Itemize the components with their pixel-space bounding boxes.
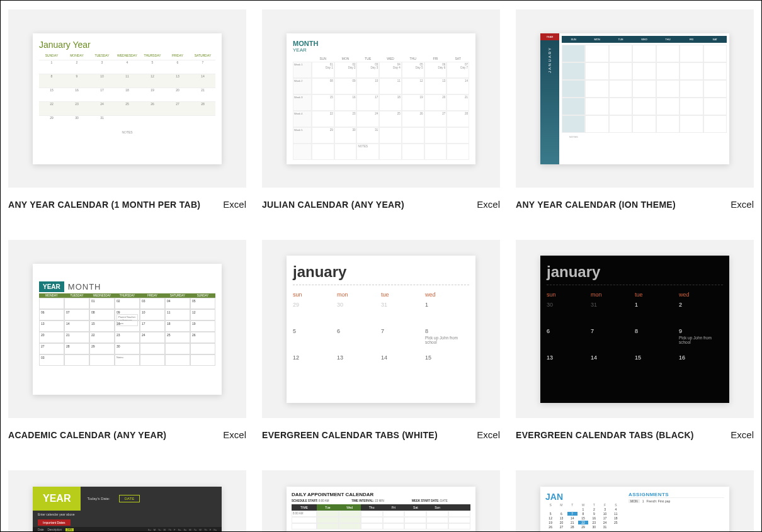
template-card[interactable]: MONTHYEAR SUNMONTUEWEDTHUFRISAT Week 101… xyxy=(262,9,500,210)
template-thumbnail: YEARJANUARY SUNMONTUEWEDTHUFRISAT NOTES xyxy=(516,9,754,188)
template-app: Excel xyxy=(223,199,246,210)
template-card[interactable]: JAN SMTWTFS12345678910111213141516171819… xyxy=(516,470,754,532)
template-card[interactable]: YEARJANUARY SUNMONTUEWEDTHUFRISAT NOTES … xyxy=(516,9,754,210)
template-title: ANY YEAR CALENDAR (ION THEME) xyxy=(516,200,676,210)
template-title: ACADEMIC CALENDAR (ANY YEAR) xyxy=(8,430,166,440)
template-card[interactable]: YEARToday's Date:DATE Enter calendar yea… xyxy=(8,470,246,532)
template-app: Excel xyxy=(477,199,500,210)
template-title: EVERGREEN CALENDAR TABS (BLACK) xyxy=(516,430,694,440)
template-thumbnail: JAN SMTWTFS12345678910111213141516171819… xyxy=(516,470,754,532)
template-card[interactable]: DAILY APPOINTMENT CALENDAR SCHEDULE STAR… xyxy=(262,470,500,532)
template-thumbnail: YEARMONTH MONDAYTUESDAYWEDNESDAYTHURSDAY… xyxy=(8,240,246,418)
template-thumbnail: MONTHYEAR SUNMONTUEWEDTHUFRISAT Week 101… xyxy=(262,9,500,188)
template-title: ANY YEAR CALENDAR (1 MONTH PER TAB) xyxy=(8,200,200,210)
template-thumbnail: january sunmontuewed 303112 6789Pick up … xyxy=(516,240,754,418)
template-app: Excel xyxy=(477,429,500,440)
template-card[interactable]: january sunmontuewed 2930311 5678Pick up… xyxy=(262,240,500,440)
template-thumbnail: January Year SUNDAYMONDAYTUESDAYWEDNESDA… xyxy=(8,9,246,188)
template-card[interactable]: YEARMONTH MONDAYTUESDAYWEDNESDAYTHURSDAY… xyxy=(8,240,246,440)
template-thumbnail: DAILY APPOINTMENT CALENDAR SCHEDULE STAR… xyxy=(262,470,500,532)
template-app: Excel xyxy=(223,429,246,440)
preview-heading: January Year xyxy=(39,40,215,50)
template-thumbnail: january sunmontuewed 2930311 5678Pick up… xyxy=(262,240,500,418)
template-app: Excel xyxy=(731,199,754,210)
template-app: Excel xyxy=(731,429,754,440)
template-title: EVERGREEN CALENDAR TABS (WHITE) xyxy=(262,430,438,440)
template-card[interactable]: january sunmontuewed 303112 6789Pick up … xyxy=(516,240,754,440)
template-thumbnail: YEARToday's Date:DATE Enter calendar yea… xyxy=(8,470,246,532)
template-grid: January Year SUNDAYMONDAYTUESDAYWEDNESDA… xyxy=(1,1,761,532)
template-card[interactable]: January Year SUNDAYMONDAYTUESDAYWEDNESDA… xyxy=(8,9,246,210)
template-title: JULIAN CALENDAR (ANY YEAR) xyxy=(262,200,404,210)
